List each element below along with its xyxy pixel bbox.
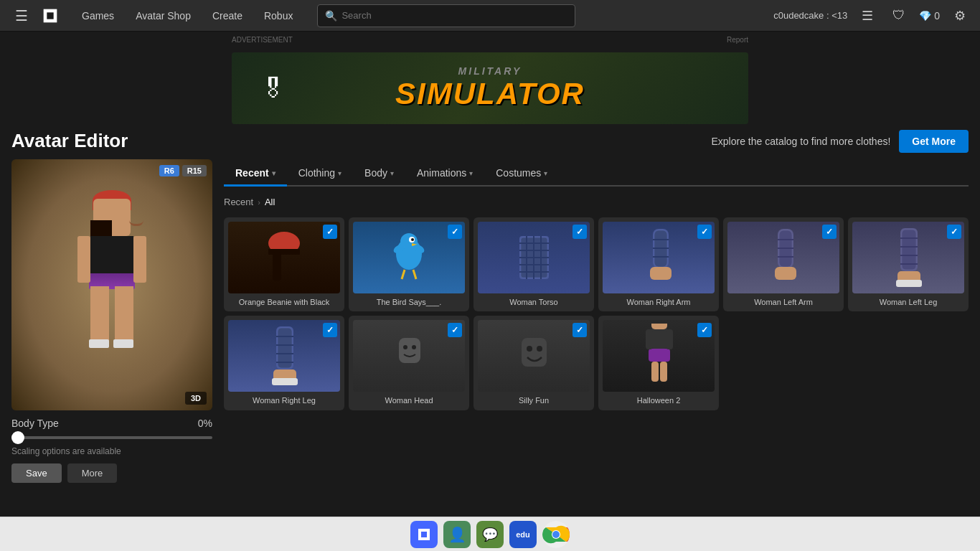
nav-links: Games Avatar Shop Create Robux <box>72 6 303 26</box>
taskbar-chrome-app[interactable] <box>540 519 572 550</box>
ad-report[interactable]: Report <box>727 36 748 44</box>
nav-create[interactable]: Create <box>202 6 253 26</box>
item-name-0: Orange Beanie with Black <box>228 297 340 307</box>
nav-avatar-shop[interactable]: Avatar Shop <box>126 6 201 26</box>
scaling-note: Scaling options are available <box>11 446 212 456</box>
avatar-arm-left <box>77 236 90 283</box>
nav-games[interactable]: Games <box>72 6 124 26</box>
left-leg-icon <box>890 225 926 290</box>
avatar-badges: R6 R15 <box>159 165 207 176</box>
svg-rect-66 <box>421 532 427 537</box>
items-grid: ✓ Orange Beanie with Black <box>224 217 969 410</box>
list-item[interactable]: ✓ Orange Beanie with Black <box>224 217 344 311</box>
chrome-icon <box>542 521 570 548</box>
tab-animations-arrow: ▾ <box>469 169 473 177</box>
item-check-5: ✓ <box>947 225 961 239</box>
item-name-4: Woman Left Arm <box>727 297 839 307</box>
list-item[interactable]: ✓ Halloween 2 <box>598 316 719 410</box>
roblox-logo-icon <box>40 6 60 26</box>
username-display: c0udedcake : <13 <box>773 10 847 21</box>
svg-point-8 <box>411 238 414 241</box>
item-image-4: ✓ <box>727 222 839 293</box>
body-type-label: Body Type <box>11 418 59 429</box>
roblox-icon <box>415 526 433 543</box>
3d-view-button[interactable]: 3D <box>185 392 207 405</box>
robux-display[interactable]: 💎 0 <box>919 10 940 22</box>
svg-rect-29 <box>650 267 672 280</box>
avatar-foot-right <box>113 339 133 348</box>
ad-title: SIMULATOR <box>395 77 585 111</box>
taskbar-green-app[interactable]: 👤 <box>441 519 473 550</box>
tab-clothing[interactable]: Clothing ▾ <box>287 161 353 187</box>
ad-banner[interactable]: MILITARY SIMULATOR 🎖 <box>232 52 748 124</box>
tab-animations[interactable]: Animations ▾ <box>405 161 484 187</box>
tab-costumes[interactable]: Costumes ▾ <box>484 161 559 187</box>
shield-icon-button[interactable]: 🛡 <box>887 4 910 27</box>
tab-body-arrow: ▾ <box>390 169 394 177</box>
svg-rect-1 <box>47 12 53 19</box>
item-name-8: Silly Fun <box>478 395 590 405</box>
messaging-app-icon: 💬 <box>476 521 504 548</box>
item-image-8: ✓ <box>478 320 590 392</box>
topnav: ☰ Games Avatar Shop Create Robux 🔍 c0ude… <box>0 0 980 32</box>
hamburger-button[interactable]: ☰ <box>9 3 34 29</box>
svg-rect-64 <box>651 324 667 329</box>
taskbar-messaging-app[interactable]: 💬 <box>474 519 506 550</box>
svg-point-70 <box>552 531 560 538</box>
explore-text: Explore the catalog to find more clothes… <box>712 136 891 147</box>
item-image-1: ✓ <box>353 222 465 293</box>
tab-body[interactable]: Body ▾ <box>353 161 405 187</box>
item-name-2: Woman Torso <box>478 297 590 307</box>
avatar-leg-left <box>90 286 109 344</box>
tab-costumes-label: Costumes <box>496 167 541 179</box>
more-button[interactable]: More <box>67 463 118 483</box>
list-item[interactable]: ✓ Woman Torso <box>473 217 594 311</box>
chat-icon-button[interactable]: ☰ <box>856 4 879 27</box>
search-bar[interactable]: 🔍 <box>317 4 575 27</box>
r15-badge[interactable]: R15 <box>182 165 207 176</box>
item-name-6: Woman Right Leg <box>228 395 340 405</box>
tab-recent[interactable]: Recent ▾ <box>224 161 287 187</box>
list-item[interactable]: ✓ Woman Head <box>349 316 469 410</box>
list-item[interactable]: ✓ Woman Right Leg <box>224 316 344 410</box>
list-item[interactable]: ✓ Woman Left Arm <box>723 217 844 311</box>
svg-point-57 <box>537 346 542 352</box>
tab-body-label: Body <box>364 167 387 179</box>
list-item[interactable]: ✓ Silly Fun <box>473 316 594 410</box>
nav-right: c0udedcake : <13 ☰ 🛡 💎 0 ⚙ <box>773 4 971 27</box>
list-item[interactable]: ✓ Woman Left Leg <box>848 217 969 311</box>
get-more-button[interactable]: Get More <box>899 130 969 153</box>
item-name-5: Woman Left Leg <box>852 297 964 307</box>
breadcrumb-recent[interactable]: Recent <box>224 197 253 207</box>
settings-icon-button[interactable]: ⚙ <box>948 4 971 27</box>
tab-recent-label: Recent <box>235 167 269 179</box>
tab-recent-arrow: ▾ <box>272 169 275 177</box>
explore-row: Explore the catalog to find more clothes… <box>224 130 969 153</box>
search-input[interactable] <box>341 10 567 21</box>
item-image-5: ✓ <box>852 222 964 293</box>
body-type-slider[interactable] <box>11 436 212 439</box>
svg-point-54 <box>412 345 416 349</box>
roblox-logo <box>37 3 63 29</box>
robux-icon: 💎 <box>919 10 931 22</box>
svg-rect-4 <box>273 252 281 281</box>
svg-rect-61 <box>666 329 673 349</box>
taskbar-roblox[interactable] <box>408 519 440 550</box>
bird-icon <box>386 229 433 286</box>
halloween-icon <box>636 324 682 388</box>
list-item[interactable]: ✓ Woman Right Arm <box>598 217 719 311</box>
nav-robux[interactable]: Robux <box>254 6 303 26</box>
item-check-4: ✓ <box>822 225 837 239</box>
item-name-7: Woman Head <box>353 395 465 405</box>
item-image-7: ✓ <box>353 320 465 392</box>
left-panel: Avatar Editor R6 R15 <box>11 130 212 551</box>
page-title: Avatar Editor <box>11 130 212 152</box>
save-button[interactable]: Save <box>11 463 62 483</box>
svg-rect-52 <box>399 338 420 363</box>
roblox-taskbar-icon <box>410 521 438 548</box>
taskbar-edu-app[interactable]: edu <box>507 519 539 550</box>
item-name-9: Halloween 2 <box>603 395 715 405</box>
r6-badge[interactable]: R6 <box>159 165 179 176</box>
list-item[interactable]: ✓ The Bird Says___. <box>349 217 469 311</box>
svg-line-13 <box>413 270 416 279</box>
